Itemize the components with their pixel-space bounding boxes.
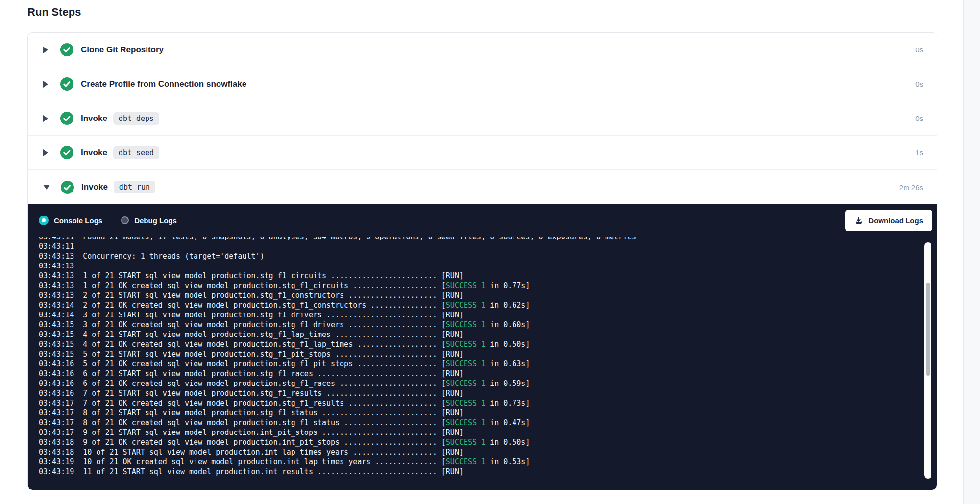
log-line: 03:43:13 1 of 21 OK created sql view mod…: [39, 281, 937, 290]
step-label: Invoke: [81, 182, 108, 192]
run-step-row[interactable]: Invoke dbt deps 0s: [28, 101, 937, 136]
log-line: 03:43:18 10 of 21 START sql view model p…: [39, 447, 937, 457]
debug-logs-radio[interactable]: Debug Logs: [121, 216, 177, 225]
chevron-icon[interactable]: [43, 149, 48, 156]
console-logs-radio[interactable]: Console Logs: [39, 216, 102, 225]
step-label: Invoke: [81, 114, 107, 123]
log-line: 03:43:13 1 of 21 START sql view model pr…: [39, 271, 937, 281]
log-line: 03:43:13 2 of 21 START sql view model pr…: [39, 290, 937, 300]
run-steps-list: Clone Git Repository 0s Create Profile f…: [28, 33, 937, 204]
success-check-icon: [60, 43, 74, 56]
console-log-viewport: 03:43:11 Found 21 models, 17 tests, 0 sn…: [28, 237, 937, 490]
debug-logs-label: Debug Logs: [134, 216, 177, 225]
run-step-row[interactable]: Invoke dbt run 2m 26s: [28, 170, 937, 204]
success-check-icon: [61, 181, 74, 194]
chevron-icon[interactable]: [43, 185, 50, 190]
scrollbar-thumb[interactable]: [926, 283, 930, 376]
download-icon: [855, 216, 863, 225]
log-line: 03:43:16 6 of 21 START sql view model pr…: [39, 369, 937, 379]
scrollbar-track[interactable]: [924, 242, 931, 479]
run-step-row[interactable]: Clone Git Repository 0s: [28, 33, 937, 67]
step-label: Clone Git Repository: [81, 45, 164, 55]
step-duration: 0s: [915, 80, 923, 88]
step-command-badge: dbt seed: [113, 146, 159, 159]
step-duration: 0s: [915, 114, 923, 122]
run-step-row[interactable]: Create Profile from Connection snowflake…: [28, 67, 937, 101]
log-line: 03:43:17 8 of 21 START sql view model pr…: [39, 408, 937, 418]
step-command-badge: dbt run: [114, 181, 155, 193]
log-line: 03:43:16 7 of 21 START sql view model pr…: [39, 388, 937, 398]
success-check-icon: [60, 146, 74, 159]
chevron-icon[interactable]: [43, 81, 48, 88]
log-line: 03:43:13: [39, 261, 937, 271]
log-line: 03:43:17 7 of 21 OK created sql view mod…: [39, 398, 937, 408]
console-log-output: 03:43:11 Found 21 models, 17 tests, 0 sn…: [39, 237, 937, 477]
console-panel: Console Logs Debug Logs Download Logs: [28, 204, 937, 490]
step-duration: 0s: [915, 46, 923, 54]
console-header: Console Logs Debug Logs Download Logs: [28, 204, 937, 237]
log-line: 03:43:17 9 of 21 START sql view model pr…: [39, 428, 937, 437]
radio-selected-icon[interactable]: [39, 216, 49, 225]
download-logs-label: Download Logs: [868, 216, 923, 225]
run-step-row[interactable]: Invoke dbt seed 1s: [28, 136, 937, 170]
log-line: 03:43:18 9 of 21 OK created sql view mod…: [39, 437, 937, 447]
run-steps-section: Run Steps Clone Git Repository 0s Create…: [0, 0, 980, 490]
radio-unselected-icon[interactable]: [121, 216, 129, 224]
step-duration: 1s: [915, 148, 923, 157]
log-line: 03:43:16 5 of 21 OK created sql view mod…: [39, 359, 937, 369]
step-label: Create Profile from Connection snowflake: [81, 79, 246, 89]
page-title: Run Steps: [27, 6, 980, 19]
log-line: 03:43:14 3 of 21 START sql view model pr…: [39, 310, 937, 320]
log-line: 03:43:15 3 of 21 OK created sql view mod…: [39, 320, 937, 330]
log-line: 03:43:15 5 of 21 START sql view model pr…: [39, 349, 937, 359]
chevron-icon[interactable]: [43, 115, 48, 122]
run-steps-card: Clone Git Repository 0s Create Profile f…: [27, 32, 937, 490]
console-logs-label: Console Logs: [54, 216, 102, 225]
step-duration: 2m 26s: [899, 183, 923, 192]
log-line: 03:43:13 Concurrency: 1 threads (target=…: [39, 251, 937, 261]
success-check-icon: [60, 112, 74, 125]
log-line: 03:43:11: [39, 241, 937, 251]
log-line: 03:43:15 4 of 21 OK created sql view mod…: [39, 339, 937, 349]
log-line: 03:43:15 4 of 21 START sql view model pr…: [39, 330, 937, 339]
chevron-icon[interactable]: [43, 47, 48, 53]
download-logs-button[interactable]: Download Logs: [845, 210, 932, 231]
log-line: 03:43:19 11 of 21 START sql view model p…: [39, 467, 937, 477]
log-line: 03:43:19 10 of 21 OK created sql view mo…: [39, 457, 937, 467]
log-line: 03:43:17 8 of 21 OK created sql view mod…: [39, 418, 937, 428]
success-check-icon: [60, 77, 74, 91]
log-line: 03:43:11 Found 21 models, 17 tests, 0 sn…: [39, 237, 937, 241]
adjacent-panel-edge: [963, 0, 980, 504]
step-command-badge: dbt deps: [113, 112, 159, 125]
log-line: 03:43:16 6 of 21 OK created sql view mod…: [39, 379, 937, 388]
step-label: Invoke: [81, 148, 107, 158]
log-line: 03:43:14 2 of 21 OK created sql view mod…: [39, 300, 937, 310]
